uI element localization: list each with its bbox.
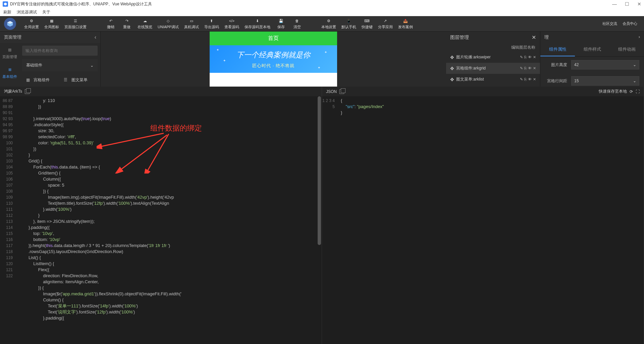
layer-item-swiper[interactable]: ✥图片轮播:arkswiper ✎⎘👁✕ <box>446 52 540 63</box>
tab-basic-components[interactable]: ⊞ 基本组件 <box>0 63 19 83</box>
prop-grid-gap-input[interactable]: 15⌄ <box>571 76 639 86</box>
move-icon: ✥ <box>450 66 454 71</box>
eye-icon[interactable]: 👁 <box>528 66 532 70</box>
properties-panel: 理 › 组件属性 组件样式 组件动画 图片高度 42⌄ 宫格行间距 15⌄ <box>540 32 644 87</box>
layer-edit-name[interactable]: 编辑图层名称 <box>446 43 540 52</box>
layer-panel-title: 图层管理 <box>450 35 469 41</box>
window-titlebar: DIY官网专注做好的拖拽式可视化微信小程序、UNIAPP、Vue WebApp设… <box>0 0 644 8</box>
window-title: DIY官网专注做好的拖拽式可视化微信小程序、UNIAPP、Vue WebApp设… <box>10 1 152 7</box>
left-panel: 页面管理 ‹ ▥ 页面管理 ⊞ 基本组件 基础组件 ⌄ <box>0 32 101 87</box>
maximize-icon[interactable]: ⛶ <box>636 89 640 94</box>
global-icons-button[interactable]: ▦全局图标 <box>42 16 62 32</box>
minimize-button[interactable]: — <box>612 1 617 7</box>
puzzle-icon: ⊞ <box>6 66 14 73</box>
code-pane-title-arkts: 鸿蒙ArkTs <box>4 89 22 94</box>
main-toolbar: ⚙全局设置 ▦全局图标 ☰页面接口设置 ↶撤销 ↷重做 ☁在线预览 ◇UNIAP… <box>0 16 644 32</box>
tab-page-manage[interactable]: ▥ 页面管理 <box>0 43 19 63</box>
collapse-left-icon[interactable]: ‹ <box>95 34 96 40</box>
component-search-input[interactable] <box>22 46 98 56</box>
left-panel-title: 页面管理 <box>4 34 21 40</box>
phone-preview[interactable]: 首页 ✦ ✦ ✦ ✦ 下一个经典案例就是你 匠心时代 · 绝不将就 <box>210 32 337 87</box>
move-icon: ✥ <box>450 55 454 60</box>
layer-close-icon[interactable]: ✕ <box>532 34 536 41</box>
member-center-button[interactable]: 会员中心 <box>620 16 640 32</box>
save-code-local-button[interactable]: ⬇保存源码至本地 <box>242 16 273 32</box>
code-editor-arkts[interactable]: 86 87 88 89 90 91 92 93 94 95 96 97 98 9… <box>0 96 322 344</box>
view-code-button[interactable]: </>查看源码 <box>222 16 242 32</box>
code-pane-arkts: 鸿蒙ArkTs 86 87 88 89 90 91 92 93 94 95 96… <box>0 87 322 344</box>
eye-icon[interactable]: 👁 <box>528 55 532 59</box>
component-grid[interactable]: ▦ 宫格组件 <box>22 74 60 86</box>
menubar: 刷新 浏览器调试 关于 <box>0 8 644 16</box>
close-button[interactable]: ✕ <box>637 1 641 7</box>
redo-button[interactable]: ↷重做 <box>119 16 135 32</box>
code-pane-json: JSON 快速保存至本地 ⟳ ⛶ 1 2 3 4 5 { "src": "pag… <box>322 87 644 344</box>
tab-component-anim[interactable]: 组件动画 <box>609 43 644 56</box>
banner-line1: 下一个经典案例就是你 <box>210 50 337 60</box>
prop-grid-gap-label: 宫格行间距 <box>545 78 567 84</box>
list-icon: ☰ <box>63 77 69 83</box>
copy-icon[interactable] <box>339 89 344 94</box>
edit-icon[interactable]: ✎ <box>520 66 523 70</box>
menu-about[interactable]: 关于 <box>42 9 50 15</box>
preview-button[interactable]: ☁在线预览 <box>135 16 155 32</box>
menu-refresh[interactable]: 刷新 <box>3 9 11 15</box>
phone-header: 首页 <box>210 32 337 45</box>
tab-component-style[interactable]: 组件样式 <box>575 43 609 56</box>
layer-item-grid[interactable]: ✥宫格组件:arkgrid ✎⎘👁✕ <box>446 63 540 74</box>
share-app-button[interactable]: ↗分享应用 <box>375 16 395 32</box>
phone-banner: ✦ ✦ ✦ ✦ 下一个经典案例就是你 匠心时代 · 绝不将就 <box>210 45 337 73</box>
tab-component-props[interactable]: 组件属性 <box>540 43 575 56</box>
eye-icon[interactable]: 👁 <box>528 77 532 82</box>
community-button[interactable]: 社区交流 <box>600 16 620 32</box>
logo[interactable] <box>4 18 16 30</box>
grid-icon: ▦ <box>25 77 31 83</box>
component-image-text-menu[interactable]: ☰ 图文菜单 <box>60 74 98 86</box>
chevron-down-icon: ⌄ <box>90 63 94 68</box>
local-settings-button[interactable]: ⚙本地设置 <box>319 16 339 32</box>
basic-components-accordion[interactable]: 基础组件 ⌄ <box>22 59 98 71</box>
page-api-button[interactable]: ☰页面接口设置 <box>62 16 89 32</box>
preview-canvas: 首页 ✦ ✦ ✦ ✦ 下一个经典案例就是你 匠心时代 · 绝不将就 <box>101 32 446 87</box>
edit-icon[interactable]: ✎ <box>520 77 523 82</box>
real-device-button[interactable]: ▭真机调试 <box>181 16 202 32</box>
shortcut-button[interactable]: ⌨快捷键 <box>359 16 375 32</box>
copy-icon[interactable]: ⎘ <box>524 66 527 70</box>
layer-panel: 图层管理 ✕ 编辑图层名称 ✥图片轮播:arkswiper ✎⎘👁✕ ✥宫格组件… <box>446 32 540 87</box>
copy-icon[interactable] <box>25 89 30 94</box>
page-manage-icon: ▥ <box>6 46 14 53</box>
export-code-button[interactable]: ⬆导出源码 <box>202 16 222 32</box>
publish-case-button[interactable]: 📤发布案例 <box>395 16 416 32</box>
prop-image-height-label: 图片高度 <box>545 62 567 68</box>
delete-icon[interactable]: ✕ <box>533 55 536 59</box>
maximize-button[interactable]: ☐ <box>625 1 629 7</box>
delete-icon[interactable]: ✕ <box>533 77 536 82</box>
chevron-down-icon: ⌄ <box>633 62 636 67</box>
layer-item-list[interactable]: ✥图文菜单:arklist ✎⎘👁✕ <box>446 74 540 85</box>
global-settings-button[interactable]: ⚙全局设置 <box>21 16 42 32</box>
move-icon: ✥ <box>450 77 454 82</box>
save-button[interactable]: 💾保存 <box>273 16 289 32</box>
edit-icon[interactable]: ✎ <box>520 55 523 59</box>
undo-button[interactable]: ↶撤销 <box>103 16 119 32</box>
delete-icon[interactable]: ✕ <box>533 66 536 70</box>
app-icon <box>3 1 8 7</box>
code-pane-title-json: JSON <box>326 89 337 94</box>
clear-button[interactable]: 🗑清空 <box>289 16 305 32</box>
menu-browser-debug[interactable]: 浏览器调试 <box>17 9 37 15</box>
collapse-right-icon[interactable]: › <box>639 34 640 40</box>
prop-image-height-input[interactable]: 42⌄ <box>571 60 639 69</box>
chevron-down-icon: ⌄ <box>633 79 636 83</box>
copy-icon[interactable]: ⎘ <box>524 55 527 59</box>
copy-icon[interactable]: ⎘ <box>524 77 527 82</box>
refresh-icon[interactable]: ⟳ <box>630 89 633 94</box>
uniapp-debug-button[interactable]: ◇UNIAPP调试 <box>155 16 181 32</box>
default-phone-button[interactable]: 📱默认手机 <box>339 16 359 32</box>
rp-header-text: 理 <box>544 34 549 40</box>
scrollbar[interactable] <box>318 96 321 245</box>
code-editor-json[interactable]: 1 2 3 4 5 { "src": "pages/Index" } <box>322 96 644 344</box>
quick-save-button[interactable]: 快速保存至本地 <box>599 89 627 94</box>
